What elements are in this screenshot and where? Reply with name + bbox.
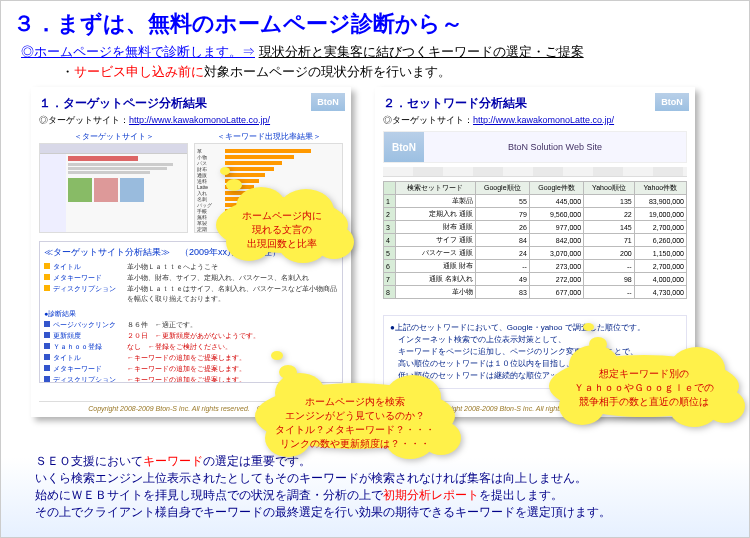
table-cell: 842,000 [529, 234, 583, 247]
table-cell: -- [584, 260, 635, 273]
table-cell: 6,260,000 [634, 234, 686, 247]
table-row: 3財布 通販26977,0001452,700,000 [384, 221, 687, 234]
table-cell: サイフ 通販 [396, 234, 476, 247]
mini-left-label: ＜ターゲットサイト＞ [39, 131, 188, 142]
panel2-site-link[interactable]: http://www.kawakomonoLatte.co.jp/ [473, 115, 614, 125]
table-cell: 5 [384, 247, 396, 260]
table-cell: 55 [475, 195, 529, 208]
table-cell: 6 [384, 260, 396, 273]
bar-row: 財布 [197, 166, 340, 171]
table-header: Google順位 [475, 182, 529, 195]
note-line: インターネット検索での上位表示対策として、 [390, 334, 680, 346]
result-row: ディスクリプション革小物Ｌａｔｔｅはサイフ、名刺入れ、パスケースなど革小物商品を… [44, 284, 338, 304]
sub-heading: ◎ホームページを無料で診断します。⇒ 現状分析と実集客に結びつくキーワードの選定… [1, 43, 749, 63]
table-cell: 98 [584, 273, 635, 286]
table-cell: 2,700,000 [634, 260, 686, 273]
bt-l3b: を提出します。 [479, 488, 563, 502]
panel2-site-label: ◎ターゲットサイト： [383, 115, 473, 125]
table-cell: 3,070,000 [529, 247, 583, 260]
diag-row: Ｙａｈｏｏ登録なし ←登録をご検討ください。 [44, 342, 338, 352]
table-cell: 19,000,000 [634, 208, 686, 221]
callout2-text: ホームページ内を検索エンジンがどう見ているのか？タイトル？メタキーワード？・・・… [269, 395, 441, 451]
table-cell: 272,000 [529, 273, 583, 286]
table-cell: 革製品 [396, 195, 476, 208]
note-line: ●上記のセットワードにおいて、Google・yahoo で調査した順位です。 [390, 322, 680, 334]
bottom-paragraph: ＳＥＯ支援においてキーワードの選定は重要です。 いくら検索エンジン上位表示された… [35, 453, 729, 521]
table-cell: 71 [584, 234, 635, 247]
panel2-site: ◎ターゲットサイト：http://www.kawakomonoLatte.co.… [383, 114, 687, 127]
bt-l3r: 初期分析レポート [383, 488, 479, 502]
table-cell: -- [475, 260, 529, 273]
table-cell: 2,700,000 [634, 221, 686, 234]
diag-row: タイトル←キーワードの追加をご提案します。 [44, 353, 338, 363]
table-cell: 24 [475, 247, 529, 260]
table-cell: 2 [384, 208, 396, 221]
callout-keyword-ratio: ホームページ内に現れる文言の出現回数と比率 [216, 197, 348, 253]
callout3-text: 想定キーワード別のＹａｈｏｏやＧｏｏｇｌｅでの競争相手の数と直近の順位は [563, 367, 725, 409]
bton-logo-icon: BtoN [655, 93, 689, 111]
table-header [384, 182, 396, 195]
bar-row: 小物 [197, 154, 340, 159]
table-cell: 9,560,000 [529, 208, 583, 221]
bar-row: 送料 [197, 178, 340, 183]
table-cell: 200 [584, 247, 635, 260]
bar-row: 革 [197, 148, 340, 153]
panel1-title: １．ターゲットページ分析結果 [39, 95, 343, 112]
callout-competitor-rank: 想定キーワード別のＹａｈｏｏやＧｏｏｇｌｅでの競争相手の数と直近の順位は [549, 355, 739, 417]
bt-l1a: ＳＥＯ支援において [35, 454, 143, 468]
table-header: Yahoo件数 [634, 182, 686, 195]
bt-l2: いくら検索エンジン上位表示されたとしてもそのキーワードが検索されなければ集客は向… [35, 470, 729, 487]
table-cell: 革小物 [396, 286, 476, 299]
result-row: タイトル革小物Ｌａｔｔｅへようこそ [44, 262, 338, 272]
panel1-site-label: ◎ターゲットサイト： [39, 115, 129, 125]
table-cell: 4,000,000 [634, 273, 686, 286]
bton-logo-icon: BtoN [311, 93, 345, 111]
bt-l1r: キーワード [143, 454, 203, 468]
table-header: Google件数 [529, 182, 583, 195]
table-header: 検索セットワード [396, 182, 476, 195]
table-cell: 22 [584, 208, 635, 221]
panel2-header-band: BtoN BtoN Solution Web Site [383, 131, 687, 163]
table-row: 5パスケース 通販243,070,0002001,150,000 [384, 247, 687, 260]
result-row: メタキーワード革小物、財布、サイフ、定期入れ、パスケース、名刺入れ [44, 273, 338, 283]
subhead-right: 現状分析と実集客に結びつくキーワードの選定・ご提案 [259, 44, 584, 59]
table-cell: 49 [475, 273, 529, 286]
section-b-title: ●診断結果 [44, 309, 118, 319]
bar-row: 通販 [197, 172, 340, 177]
table-cell: 445,000 [529, 195, 583, 208]
table-cell: 財布 通販 [396, 221, 476, 234]
panel2-header-title: BtoN Solution Web Site [424, 132, 686, 162]
subhead-left: ◎ホームページを無料で診断します。⇒ [21, 44, 255, 59]
nav-strip [383, 167, 687, 177]
table-cell: 977,000 [529, 221, 583, 234]
table-cell: 1,150,000 [634, 247, 686, 260]
table-cell: 1 [384, 195, 396, 208]
table-cell: 3 [384, 221, 396, 234]
table-cell: 4 [384, 234, 396, 247]
table-cell: 83 [475, 286, 529, 299]
table-row: 4サイフ 通販84842,000716,260,000 [384, 234, 687, 247]
table-cell: 83,900,000 [634, 195, 686, 208]
table-row: 7通販 名刺入れ49272,000984,000,000 [384, 273, 687, 286]
diag-row: ページバックリンク８６件 ←適正です。 [44, 320, 338, 330]
bar-row: パス [197, 160, 340, 165]
bullet: ・ [61, 64, 74, 79]
result-title: ≪ターゲットサイト分析結果≫ [44, 247, 170, 257]
subhead2-red: サービス申し込み前に [74, 64, 204, 79]
sub-heading-2: ・サービス申し込み前に対象ホームページの現状分析を行います。 [1, 63, 749, 87]
bt-l3a: 始めにＷＥＢサイトを拝見し現時点での状況を調査・分析の上で [35, 488, 383, 502]
page-heading: ３．まずは、無料のホームページ診断から～ [1, 1, 749, 43]
callout-search-engine-view: ホームページ内を検索エンジンがどう見ているのか？タイトル？メタキーワード？・・・… [255, 383, 455, 449]
table-cell: 定期入れ 通販 [396, 208, 476, 221]
table-cell: 135 [584, 195, 635, 208]
panel1-site-link[interactable]: http://www.kawakomonoLatte.co.jp/ [129, 115, 270, 125]
table-cell: 4,730,000 [634, 286, 686, 299]
table-cell: パスケース 通販 [396, 247, 476, 260]
mini-right-label: ＜キーワード出現比率結果＞ [194, 131, 343, 142]
table-row: 1革製品55445,00013583,900,000 [384, 195, 687, 208]
table-cell: 26 [475, 221, 529, 234]
table-row: 6通販 財布--273,000--2,700,000 [384, 260, 687, 273]
bton-logo-icon: BtoN [384, 132, 424, 162]
table-cell: 通販 名刺入れ [396, 273, 476, 286]
table-cell: 7 [384, 273, 396, 286]
